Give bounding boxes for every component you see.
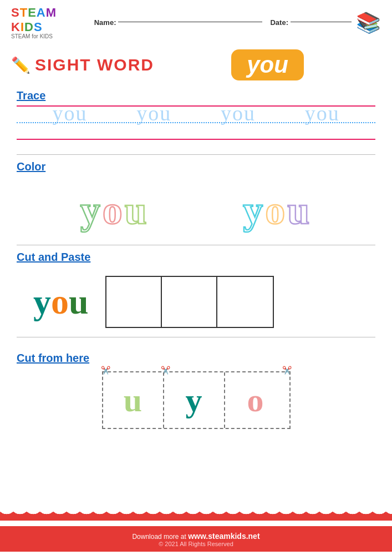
- color-you-1: you: [80, 188, 149, 234]
- pencil-icon: ✏️: [11, 56, 30, 74]
- paste-box-1[interactable]: [106, 277, 162, 327]
- footer-url[interactable]: www.steamkids.net: [188, 532, 259, 541]
- logo-subtitle: STEAM for KIDS: [11, 33, 53, 39]
- sight-word-row: ✏️ SIGHT WORD you: [0, 45, 392, 84]
- footer-download-text: Download more at www.steamkids.net: [0, 532, 392, 541]
- cut-cell-y: y: [164, 372, 225, 428]
- trace-words: you you you you: [17, 101, 375, 125]
- paste-box-3[interactable]: [217, 277, 273, 327]
- sight-word-label: SIGHT WORD: [35, 56, 154, 74]
- trace-area[interactable]: you you you you: [17, 105, 375, 150]
- cut-letter-y: y: [186, 381, 202, 420]
- name-label: Name:: [94, 18, 116, 27]
- color-title: Color: [17, 160, 375, 173]
- cut-paste-title: Cut and Paste: [17, 251, 375, 264]
- header: STEAM KIDS STEAM for KIDS Name: Date: 📚: [0, 0, 392, 45]
- header-fields: Name: Date:: [83, 18, 352, 27]
- date-label: Date:: [270, 18, 288, 27]
- paste-boxes: [105, 276, 274, 328]
- color-row: you you: [17, 176, 375, 245]
- trace-section: Trace you you you you: [0, 89, 392, 150]
- color-you-2: you: [243, 188, 312, 234]
- footer: Download more at www.steamkids.net © 202…: [0, 526, 392, 552]
- trace-word-2: you: [136, 101, 171, 125]
- divider-2: [17, 245, 375, 245]
- cut-letter-u: u: [124, 381, 142, 420]
- paste-box-2[interactable]: [162, 277, 217, 327]
- cut-cell-o: o: [225, 372, 286, 428]
- cut-paste-word: you: [33, 281, 89, 322]
- cut-here-section: Cut from here ✂️ ✂️ ✂️ u y o: [0, 341, 392, 440]
- footer-copyright: © 2021 All Rights Reserved: [0, 541, 392, 547]
- trace-word-1: you: [52, 101, 87, 125]
- cut-paste-row: you: [17, 267, 375, 337]
- cut-here-title: Cut from here: [17, 352, 375, 365]
- trace-line-bottom: [17, 139, 375, 140]
- abc-book-icon: 📚: [356, 11, 381, 34]
- logo-steam: STEAM KIDS: [11, 6, 83, 34]
- cut-paste-section: Cut and Paste you: [0, 251, 392, 337]
- color-section: Color you you: [0, 160, 392, 245]
- divider-3: [17, 337, 375, 337]
- trace-title: Trace: [17, 89, 375, 102]
- cut-letter-o: o: [247, 381, 264, 420]
- trace-lines: you you you you: [17, 105, 375, 150]
- cut-dashed-box: ✂️ ✂️ ✂️ u y o: [102, 371, 291, 429]
- logo: STEAM KIDS STEAM for KIDS: [11, 6, 83, 39]
- name-line[interactable]: [118, 22, 262, 22]
- you-badge: you: [231, 49, 304, 80]
- date-line[interactable]: [291, 22, 352, 22]
- cut-cell-u: u: [103, 372, 164, 428]
- trace-word-3: you: [221, 101, 256, 125]
- footer-scallop: [0, 511, 392, 521]
- trace-word-4: you: [305, 101, 340, 125]
- divider-1: [17, 154, 375, 155]
